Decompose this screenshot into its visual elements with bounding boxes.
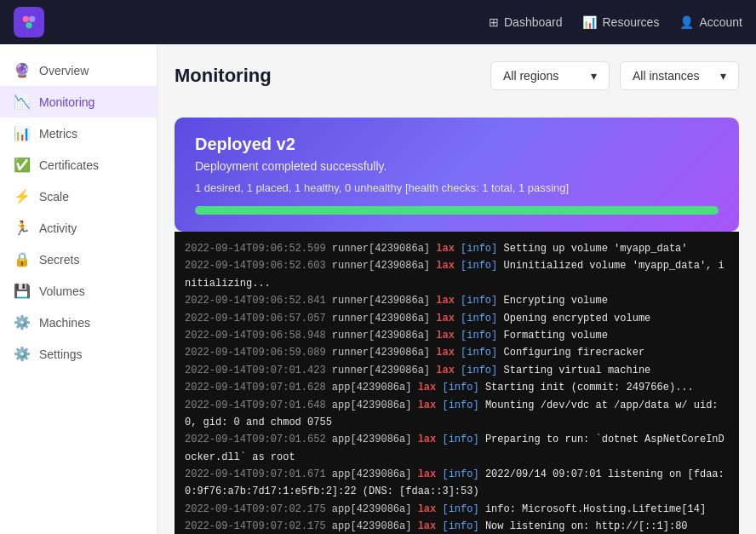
log-level: [info] [461, 295, 503, 307]
svg-point-2 [26, 22, 32, 28]
nav-dashboard[interactable]: ⊞ Dashboard [489, 15, 563, 29]
log-timestamp: 2022-09-14T09:06:52.603 [185, 260, 332, 272]
log-timestamp: 2022-09-14T09:07:01.648 [185, 399, 332, 411]
log-level: [info] [461, 347, 503, 359]
log-message: Encrypting volume [503, 295, 607, 307]
log-entry: 2022-09-14T09:07:01.423 runner[4239086a]… [185, 362, 729, 379]
sidebar-item-metrics[interactable]: 📊 Metrics [0, 118, 157, 149]
dashboard-icon: ⊞ [489, 15, 499, 29]
log-entry: 2022-09-14T09:07:02.175 app[4239086a] la… [185, 501, 729, 518]
log-source: app[4239086a] [332, 468, 418, 480]
app-logo[interactable] [14, 7, 44, 37]
deployment-title: Deployed v2 [195, 135, 719, 154]
nav-account[interactable]: 👤 Account [679, 15, 742, 29]
navbar-left [14, 7, 44, 37]
log-region: lax [436, 295, 461, 307]
log-region: lax [436, 347, 461, 359]
sidebar-item-settings-label: Settings [39, 347, 83, 361]
log-message: Opening encrypted volume [503, 313, 650, 324]
deployment-progress-fill [195, 206, 719, 215]
navbar-right: ⊞ Dashboard 📊 Resources 👤 Account [489, 15, 742, 29]
log-timestamp: 2022-09-14T09:06:58.948 [185, 330, 332, 342]
log-message: Setting up volume 'myapp_data' [503, 243, 687, 255]
monitoring-icon: 📉 [14, 94, 31, 110]
nav-resources-label: Resources [602, 15, 659, 29]
sidebar-item-machines-label: Machines [39, 316, 90, 330]
log-level: [info] [442, 520, 484, 532]
log-level: [info] [442, 382, 484, 393]
log-message: Starting init (commit: 249766e)... [485, 382, 694, 393]
nav-dashboard-label: Dashboard [504, 15, 563, 29]
log-timestamp: 2022-09-14T09:07:01.671 [185, 468, 332, 480]
sidebar-item-activity[interactable]: 🏃 Activity [0, 212, 157, 244]
region-filter[interactable]: All regions ▾ [490, 61, 610, 90]
filters-bar: All regions ▾ All instances ▾ [490, 61, 739, 90]
log-timestamp: 2022-09-14T09:07:01.628 [185, 382, 332, 393]
sidebar-item-secrets[interactable]: 🔒 Secrets [0, 244, 157, 275]
log-source: app[4239086a] [332, 399, 418, 411]
deployment-progress-bar [195, 206, 719, 215]
log-timestamp: 2022-09-14T09:06:57.057 [185, 313, 332, 324]
log-region: lax [418, 468, 443, 480]
certificates-icon: ✅ [14, 157, 31, 173]
log-timestamp: 2022-09-14T09:06:59.089 [185, 347, 332, 359]
sidebar-item-monitoring-label: Monitoring [39, 95, 94, 109]
sidebar-item-metrics-label: Metrics [39, 127, 77, 141]
log-timestamp: 2022-09-14T09:07:01.652 [185, 434, 332, 445]
log-region: lax [436, 330, 461, 342]
region-filter-label: All regions [503, 69, 558, 83]
log-entry: 2022-09-14T09:06:52.603 runner[4239086a]… [185, 257, 729, 292]
log-source: runner[4239086a] [332, 330, 436, 342]
log-message: Formatting volume [503, 330, 607, 342]
content-header: Monitoring All regions ▾ All instances ▾ [175, 61, 739, 104]
log-entry: 2022-09-14T09:06:57.057 runner[4239086a]… [185, 310, 729, 327]
log-timestamp: 2022-09-14T09:07:02.175 [185, 503, 332, 515]
sidebar-item-overview[interactable]: 🔮 Overview [0, 55, 157, 86]
log-region: lax [418, 434, 443, 445]
svg-point-0 [23, 16, 29, 22]
account-icon: 👤 [679, 15, 694, 29]
sidebar-item-scale[interactable]: ⚡ Scale [0, 181, 157, 212]
sidebar-item-certificates-label: Certificates [39, 158, 99, 172]
sidebar-item-overview-label: Overview [39, 64, 89, 78]
log-terminal[interactable]: 2022-09-14T09:06:52.599 runner[4239086a]… [175, 232, 739, 534]
sidebar-item-activity-label: Activity [39, 221, 77, 235]
volumes-icon: 💾 [14, 283, 31, 299]
log-region: lax [436, 313, 461, 324]
sidebar-item-volumes[interactable]: 💾 Volumes [0, 275, 157, 307]
log-source: runner[4239086a] [332, 347, 436, 359]
log-region: lax [418, 382, 443, 393]
sidebar-item-settings[interactable]: ⚙️ Settings [0, 338, 157, 370]
log-timestamp: 2022-09-14T09:06:52.841 [185, 295, 332, 307]
sidebar-item-certificates[interactable]: ✅ Certificates [0, 149, 157, 181]
log-source: app[4239086a] [332, 520, 418, 532]
log-timestamp: 2022-09-14T09:07:01.423 [185, 365, 332, 376]
sidebar-item-monitoring[interactable]: 📉 Monitoring [0, 86, 157, 118]
sidebar-item-machines[interactable]: ⚙️ Machines [0, 307, 157, 338]
nav-resources[interactable]: 📊 Resources [582, 15, 659, 29]
log-level: [info] [461, 260, 503, 272]
chevron-down-icon: ▾ [720, 69, 726, 83]
deployment-banner: Deployed v2 Deployment completed success… [175, 118, 739, 232]
log-timestamp: 2022-09-14T09:06:52.599 [185, 243, 332, 255]
log-message: Starting virtual machine [503, 365, 650, 376]
sidebar: 🔮 Overview 📉 Monitoring 📊 Metrics ✅ Cert… [0, 44, 158, 534]
svg-point-1 [29, 16, 35, 22]
instance-filter[interactable]: All instances ▾ [620, 61, 739, 90]
activity-icon: 🏃 [14, 220, 31, 236]
metrics-icon: 📊 [14, 125, 31, 141]
log-source: app[4239086a] [332, 503, 418, 515]
log-source: runner[4239086a] [332, 365, 436, 376]
log-message: info: Microsoft.Hosting.Lifetime[14] [485, 503, 706, 515]
log-level: [info] [442, 468, 484, 480]
scale-icon: ⚡ [14, 188, 31, 204]
log-entry: 2022-09-14T09:06:59.089 runner[4239086a]… [185, 344, 729, 361]
nav-account-label: Account [699, 15, 742, 29]
log-entry: 2022-09-14T09:07:01.671 app[4239086a] la… [185, 466, 729, 501]
deployment-status: 1 desired, 1 placed, 1 healthy, 0 unheal… [195, 181, 719, 194]
log-region: lax [418, 399, 443, 411]
log-entry: 2022-09-14T09:07:01.628 app[4239086a] la… [185, 379, 729, 396]
main-layout: 🔮 Overview 📉 Monitoring 📊 Metrics ✅ Cert… [0, 44, 756, 534]
deployment-subtitle: Deployment completed successfully. [195, 159, 719, 173]
page-title: Monitoring [175, 65, 272, 87]
